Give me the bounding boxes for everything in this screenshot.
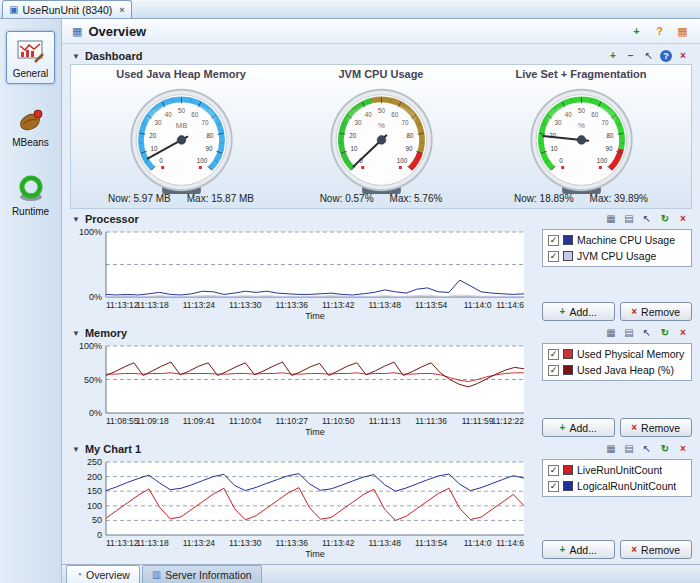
processor-header: ▼ Processor ▦ ▤ ↖ ↻ × bbox=[70, 211, 692, 227]
remove-attribute-button[interactable]: × Remove bbox=[620, 418, 693, 437]
memory-section: ▼ Memory ▦ ▤ ↖ ↻ × 100%50%0%11:08:5511:0… bbox=[70, 325, 692, 439]
legend-checkbox[interactable]: ✓ bbox=[548, 465, 559, 476]
refresh-icon[interactable]: ↻ bbox=[658, 212, 672, 226]
svg-text:90: 90 bbox=[205, 145, 212, 152]
table-icon[interactable]: ▦ bbox=[604, 326, 618, 340]
close-section-icon[interactable]: × bbox=[676, 442, 690, 456]
gauge-now-value: Now: 5.97 MB bbox=[108, 193, 171, 206]
svg-text:11:12:22: 11:12:22 bbox=[492, 416, 525, 426]
add-attribute-button[interactable]: + Add... bbox=[542, 418, 615, 437]
svg-text:50: 50 bbox=[92, 515, 102, 525]
svg-text:11:13:48: 11:13:48 bbox=[368, 538, 401, 548]
legend-item-label: Used Java Heap (%) bbox=[577, 364, 674, 376]
svg-text:0: 0 bbox=[159, 157, 163, 164]
add-attribute-button[interactable]: + Add... bbox=[542, 302, 615, 321]
close-section-icon[interactable]: × bbox=[676, 212, 690, 226]
gauge-title: JVM CPU Usage bbox=[339, 68, 424, 82]
collapse-icon[interactable]: ▼ bbox=[72, 445, 80, 454]
svg-text:11:11:36: 11:11:36 bbox=[415, 416, 447, 426]
close-section-icon[interactable]: × bbox=[676, 49, 690, 63]
table-alt-icon[interactable]: ▤ bbox=[622, 326, 636, 340]
refresh-icon[interactable]: ↻ bbox=[658, 326, 672, 340]
svg-text:100: 100 bbox=[596, 157, 607, 164]
legend-item: ✓Used Java Heap (%) bbox=[548, 364, 686, 376]
legend-item-label: LogicalRunUnitCount bbox=[577, 480, 676, 492]
pointer-icon[interactable]: ↖ bbox=[640, 212, 654, 226]
svg-text:Time: Time bbox=[305, 427, 325, 437]
sidebar-item-label: General bbox=[13, 68, 49, 79]
sidebar-item-mbeans[interactable]: MBeans bbox=[5, 100, 56, 153]
pointer-icon[interactable]: ↖ bbox=[642, 49, 656, 63]
heap-gauge: 0102030405060708090100MB bbox=[109, 82, 254, 196]
svg-text:100%: 100% bbox=[79, 341, 102, 351]
svg-text:90: 90 bbox=[405, 145, 412, 152]
section-title: My Chart 1 bbox=[85, 443, 141, 455]
svg-text:11:09:18: 11:09:18 bbox=[136, 416, 169, 426]
legend-checkbox[interactable]: ✓ bbox=[548, 349, 559, 360]
collapse-icon[interactable]: ▼ bbox=[72, 329, 80, 338]
svg-text:0%: 0% bbox=[89, 408, 102, 418]
runtime-ring-icon bbox=[16, 174, 46, 204]
legend-checkbox[interactable]: ✓ bbox=[548, 251, 559, 262]
page-title: Overview bbox=[88, 24, 146, 39]
legend-color-swatch bbox=[563, 365, 573, 375]
svg-text:11:11:59: 11:11:59 bbox=[462, 416, 494, 426]
add-attribute-button[interactable]: + Add... bbox=[542, 540, 615, 559]
my-chart-section: ▼ My Chart 1 ▦ ▤ ↖ ↻ × 25020015010050011… bbox=[70, 441, 692, 561]
legend-color-swatch bbox=[563, 251, 573, 261]
svg-text:11:13:42: 11:13:42 bbox=[322, 538, 355, 548]
svg-text:0: 0 bbox=[97, 530, 102, 540]
collapse-icon[interactable]: ▼ bbox=[72, 52, 80, 61]
sidebar-item-general[interactable]: General bbox=[6, 31, 56, 84]
close-section-icon[interactable]: × bbox=[676, 326, 690, 340]
svg-text:11:13:30: 11:13:30 bbox=[229, 300, 262, 310]
refresh-icon[interactable]: ↻ bbox=[658, 442, 672, 456]
remove-attribute-button[interactable]: × Remove bbox=[620, 540, 693, 559]
svg-text:11:13:54: 11:13:54 bbox=[415, 538, 448, 548]
svg-text:250: 250 bbox=[87, 457, 102, 467]
legend-box: ✓LiveRunUnitCount✓LogicalRunUnitCount bbox=[542, 459, 692, 497]
remove-gauge-icon[interactable]: − bbox=[624, 49, 638, 63]
svg-text:150: 150 bbox=[87, 486, 102, 496]
legend-color-swatch bbox=[563, 349, 573, 359]
layout-icon[interactable]: ▦ bbox=[675, 24, 690, 39]
table-icon[interactable]: ▦ bbox=[604, 442, 618, 456]
add-gauge-icon[interactable]: + bbox=[606, 49, 620, 63]
legend-checkbox[interactable]: ✓ bbox=[548, 365, 559, 376]
svg-text:11:13:36: 11:13:36 bbox=[276, 538, 309, 548]
table-alt-icon[interactable]: ▤ bbox=[622, 212, 636, 226]
dashboard-body: Used Java Heap Memory 010203040506070809… bbox=[70, 64, 692, 209]
memory-chart: 100%50%0%11:08:5511:09:1811:09:4111:10:0… bbox=[70, 341, 534, 439]
sidebar-item-runtime[interactable]: Runtime bbox=[5, 169, 56, 222]
my-chart: 25020015010050011:13:1211:13:1811:13:241… bbox=[70, 457, 534, 561]
dashboard-header: ▼ Dashboard + − ↖ ? × bbox=[70, 48, 692, 64]
legend-item: ✓Used Physical Memory (%) bbox=[548, 348, 686, 360]
table-icon[interactable]: ▦ bbox=[604, 212, 618, 226]
svg-text:11:10:27: 11:10:27 bbox=[276, 416, 309, 426]
pointer-icon[interactable]: ↖ bbox=[640, 442, 654, 456]
editor-tab-label: UseRunUnit (8340) bbox=[22, 4, 112, 16]
editor-tab-userununit[interactable]: ▣ UseRunUnit (8340) × bbox=[2, 0, 132, 18]
pointer-icon[interactable]: ↖ bbox=[640, 326, 654, 340]
legend-color-swatch bbox=[563, 465, 573, 475]
remove-icon: × bbox=[631, 545, 637, 555]
close-tab-icon[interactable]: × bbox=[119, 5, 124, 15]
legend-checkbox[interactable]: ✓ bbox=[548, 235, 559, 246]
remove-attribute-button[interactable]: × Remove bbox=[620, 302, 693, 321]
table-alt-icon[interactable]: ▤ bbox=[622, 442, 636, 456]
svg-text:11:13:24: 11:13:24 bbox=[183, 538, 216, 548]
add-chart-icon[interactable]: + bbox=[629, 24, 644, 39]
legend-item-label: Used Physical Memory (%) bbox=[577, 348, 686, 360]
collapse-icon[interactable]: ▼ bbox=[72, 215, 80, 224]
tab-overview[interactable]: ◔ Overview bbox=[66, 565, 140, 583]
legend-checkbox[interactable]: ✓ bbox=[548, 481, 559, 492]
help-icon[interactable]: ? bbox=[652, 24, 667, 39]
footer-tab-bar: ◔ Overview ▥ Server Information bbox=[62, 564, 700, 583]
svg-text:11:13:30: 11:13:30 bbox=[229, 538, 262, 548]
overview-page-icon: ▦ bbox=[72, 25, 82, 38]
svg-text:11:14:6: 11:14:6 bbox=[496, 538, 524, 548]
sidebar-item-label: MBeans bbox=[12, 137, 49, 148]
help-icon[interactable]: ? bbox=[660, 50, 672, 62]
processor-chart: 100%0%11:13:1211:13:1811:13:2411:13:3011… bbox=[70, 227, 534, 323]
tab-server-information[interactable]: ▥ Server Information bbox=[142, 565, 262, 583]
